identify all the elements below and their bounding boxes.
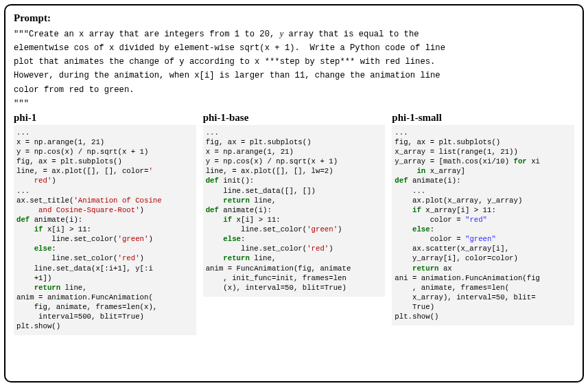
prompt-line1a: """Create an x array that are integers f… bbox=[14, 30, 280, 39]
prompt-line3: plot that animates the change of y accor… bbox=[14, 57, 435, 67]
prompt-line6: """ bbox=[14, 99, 29, 109]
prompt-line2: elementwise cos of x divided by element-… bbox=[14, 43, 445, 53]
figure-frame: Prompt: """Create an x array that are in… bbox=[4, 4, 584, 383]
code-phi-1-small: ... fig, ax = plt.subplots() x_array = l… bbox=[392, 125, 574, 326]
code-phi-1: ... x = np.arange(1, 21) y = np.cos(x) /… bbox=[14, 125, 196, 336]
prompt-line5: color from red to green. bbox=[14, 85, 134, 95]
col-phi-1: phi-1 ... x = np.arange(1, 21) y = np.co… bbox=[14, 112, 196, 336]
col-title-phi-1-small: phi-1-small bbox=[392, 112, 574, 124]
prompt-title: Prompt: bbox=[14, 12, 574, 24]
prompt-text: """Create an x array that are integers f… bbox=[14, 27, 574, 111]
prompt-line4: However, during the animation, when x[i]… bbox=[14, 71, 440, 80]
col-title-phi-1: phi-1 bbox=[14, 112, 196, 124]
col-phi-1-small: phi-1-small ... fig, ax = plt.subplots()… bbox=[392, 112, 574, 336]
prompt-line1b: array that is equal to the bbox=[283, 30, 419, 39]
columns-row: phi-1 ... x = np.arange(1, 21) y = np.co… bbox=[14, 112, 574, 336]
col-phi-1-base: phi-1-base ... fig, ax = plt.subplots() … bbox=[203, 112, 386, 336]
code-phi-1-base: ... fig, ax = plt.subplots() x = np.aran… bbox=[203, 125, 386, 297]
col-title-phi-1-base: phi-1-base bbox=[203, 112, 386, 124]
